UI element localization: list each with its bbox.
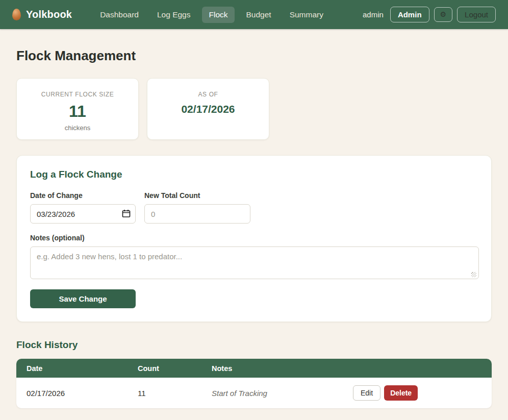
notes-label: Notes (optional)	[30, 234, 478, 242]
flock-history-table: Date Count Notes 02/17/2026 11 Start of …	[16, 359, 492, 408]
admin-button[interactable]: Admin	[390, 7, 429, 22]
username-label: admin	[363, 10, 384, 19]
flock-size-card: Current Flock Size 11 chickens	[16, 78, 139, 140]
field-row: Date of Change New Total Count	[30, 191, 478, 224]
edit-button[interactable]: Edit	[353, 385, 380, 401]
table-header-row: Date Count Notes	[16, 359, 492, 378]
notes-textarea[interactable]	[30, 246, 479, 279]
column-header-count: Count	[128, 359, 201, 378]
notes-textarea-wrap	[30, 246, 478, 279]
log-flock-change-card: Log a Flock Change Date of Change	[16, 155, 492, 322]
save-change-button[interactable]: Save Change	[30, 289, 136, 308]
settings-button[interactable]: ⚙	[434, 7, 453, 22]
row-notes: Start of Tracking	[201, 378, 343, 408]
column-header-date: Date	[16, 359, 128, 378]
row-date: 02/17/2026	[16, 378, 128, 408]
form-title: Log a Flock Change	[30, 169, 478, 180]
row-count: 11	[128, 378, 201, 408]
date-input-wrap	[30, 204, 136, 224]
count-label: New Total Count	[144, 191, 250, 200]
date-label: Date of Change	[30, 191, 136, 200]
logout-button[interactable]: Logout	[457, 7, 496, 22]
main-content: Flock Management Current Flock Size 11 c…	[16, 29, 492, 408]
row-actions: Edit Delete	[353, 385, 481, 401]
column-header-notes: Notes	[201, 359, 343, 378]
new-total-count-input[interactable]	[144, 204, 250, 224]
brand: Yolkbook	[12, 9, 72, 20]
stats-row: Current Flock Size 11 chickens As of 02/…	[16, 78, 492, 140]
flock-size-value: 11	[17, 102, 138, 121]
table-row: 02/17/2026 11 Start of Tracking Edit Del…	[16, 378, 492, 408]
navbar: Yolkbook Dashboard Log Eggs Flock Budget…	[0, 0, 508, 29]
brand-name: Yolkbook	[26, 9, 72, 20]
column-header-actions	[343, 359, 492, 378]
calendar-icon[interactable]	[122, 209, 131, 218]
flock-size-label: Current Flock Size	[17, 91, 138, 98]
count-field: New Total Count	[144, 191, 250, 224]
page-title: Flock Management	[16, 48, 492, 64]
as-of-label: As of	[147, 91, 269, 98]
as-of-value: 02/17/2026	[147, 103, 269, 115]
nav-item-budget[interactable]: Budget	[240, 7, 278, 23]
nav-item-summary[interactable]: Summary	[283, 7, 330, 23]
nav-item-dashboard[interactable]: Dashboard	[93, 7, 145, 23]
notes-field: Notes (optional)	[30, 234, 478, 279]
egg-logo-icon	[12, 9, 21, 20]
gear-icon: ⚙	[440, 10, 447, 18]
history-title: Flock History	[16, 339, 492, 351]
flock-size-unit: chickens	[17, 124, 138, 132]
date-input[interactable]	[30, 204, 136, 224]
date-field: Date of Change	[30, 191, 136, 224]
nav-item-flock[interactable]: Flock	[202, 7, 234, 23]
textarea-resize-handle[interactable]	[471, 272, 476, 277]
delete-button[interactable]: Delete	[384, 385, 418, 401]
nav-links: Dashboard Log Eggs Flock Budget Summary	[93, 7, 330, 23]
nav-right: admin Admin ⚙ Logout	[363, 7, 496, 22]
as-of-card: As of 02/17/2026	[147, 78, 269, 140]
nav-item-log-eggs[interactable]: Log Eggs	[150, 7, 197, 23]
